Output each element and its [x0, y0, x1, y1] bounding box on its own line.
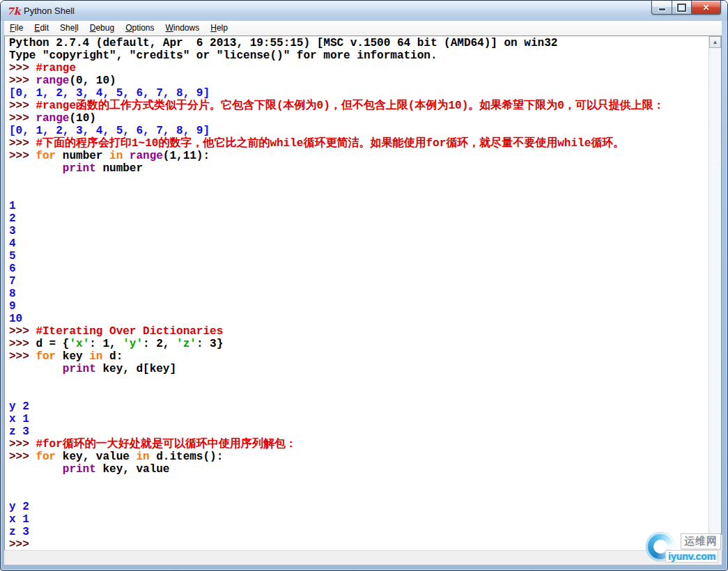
shell-client-area: Python 2.7.4 (default, Apr 6 2013, 19:55… — [4, 36, 722, 551]
watermark: 运维网 iyunv.com — [640, 528, 725, 568]
shell-line: Type "copyright", "credits" or "license(… — [9, 49, 709, 62]
shell-line: print number — [9, 162, 709, 175]
minimize-icon — [658, 8, 666, 11]
tk-icon: 7k — [7, 6, 20, 17]
shell-line: >>> range(0, 10) — [9, 75, 709, 87]
menu-debug[interactable]: Debug — [84, 21, 120, 36]
shell-line: 3 — [9, 225, 709, 237]
shell-line: x 1 — [9, 513, 709, 526]
shell-line: >>> — [9, 538, 709, 550]
scroll-up-button[interactable]: ▲ — [709, 36, 721, 48]
shell-line: print key, value — [9, 463, 709, 476]
shell-line — [9, 488, 709, 501]
python-shell-window: 7k Python Shell ✕ FileEditShellDebugOpti… — [0, 0, 728, 571]
shell-line: [0, 1, 2, 3, 4, 5, 6, 7, 8, 9] — [9, 125, 709, 137]
shell-line: >>> #下面的程序会打印1~10的数字，他它比之前的while循环更简洁。如果… — [9, 137, 709, 150]
shell-line: >>> range(10) — [9, 112, 709, 125]
shell-line: 6 — [9, 263, 709, 275]
menu-shell[interactable]: Shell — [54, 21, 84, 36]
watermark-site-url: iyunv.com — [665, 550, 718, 563]
window-bottom-strip — [4, 550, 722, 565]
shell-line: z 3 — [9, 526, 709, 538]
shell-line — [9, 375, 709, 388]
maximize-icon — [677, 3, 686, 12]
shell-line: 4 — [9, 237, 709, 250]
shell-line — [9, 187, 709, 200]
shell-line: 2 — [9, 212, 709, 225]
title-bar[interactable]: 7k Python Shell ✕ — [1, 1, 727, 21]
menu-windows[interactable]: Windows — [160, 21, 206, 36]
shell-line: 9 — [9, 300, 709, 313]
shell-line: 8 — [9, 288, 709, 300]
menu-help[interactable]: Help — [205, 21, 233, 36]
shell-line: 7 — [9, 275, 709, 288]
shell-line: Python 2.7.4 (default, Apr 6 2013, 19:55… — [9, 37, 709, 49]
vertical-scrollbar[interactable]: ▲ ▼ — [708, 36, 721, 550]
shell-line — [9, 388, 709, 400]
shell-line: >>> #Iterating Over Dictionaries — [9, 325, 709, 338]
shell-line: >>> for key in d: — [9, 350, 709, 363]
shell-line: print key, d[key] — [9, 363, 709, 375]
maximize-button[interactable] — [672, 1, 692, 15]
window-controls: ✕ — [651, 1, 721, 15]
shell-line: y 2 — [9, 501, 709, 513]
menu-bar: FileEditShellDebugOptionsWindowsHelp — [4, 21, 722, 36]
shell-output[interactable]: Python 2.7.4 (default, Apr 6 2013, 19:55… — [5, 36, 709, 550]
menu-edit[interactable]: Edit — [29, 21, 54, 36]
shell-line: 1 — [9, 200, 709, 212]
shell-line — [9, 175, 709, 187]
close-button[interactable]: ✕ — [692, 1, 721, 15]
shell-line: z 3 — [9, 425, 709, 438]
shell-line: >>> for key, value in d.items(): — [9, 451, 709, 463]
watermark-site-name: 运维网 — [681, 533, 721, 549]
shell-line: >>> #for循环的一大好处就是可以循环中使用序列解包： — [9, 438, 709, 451]
shell-line: 5 — [9, 250, 709, 263]
shell-line: 10 — [9, 313, 709, 325]
window-title: Python Shell — [24, 6, 75, 16]
shell-line: x 1 — [9, 413, 709, 425]
shell-line: >>> #range函数的工作方式类似于分片。它包含下限(本例为0)，但不包含上… — [9, 100, 709, 112]
shell-line: >>> d = {'x': 1, 'y': 2, 'z': 3} — [9, 338, 709, 350]
menu-file[interactable]: File — [4, 21, 29, 36]
shell-line: [0, 1, 2, 3, 4, 5, 6, 7, 8, 9] — [9, 87, 709, 100]
menu-options[interactable]: Options — [120, 21, 160, 36]
shell-line: >>> for number in range(1,11): — [9, 150, 709, 162]
minimize-button[interactable] — [651, 1, 672, 15]
shell-line — [9, 476, 709, 488]
shell-line: >>> #range — [9, 62, 709, 75]
shell-line: y 2 — [9, 400, 709, 413]
close-icon: ✕ — [702, 3, 709, 13]
